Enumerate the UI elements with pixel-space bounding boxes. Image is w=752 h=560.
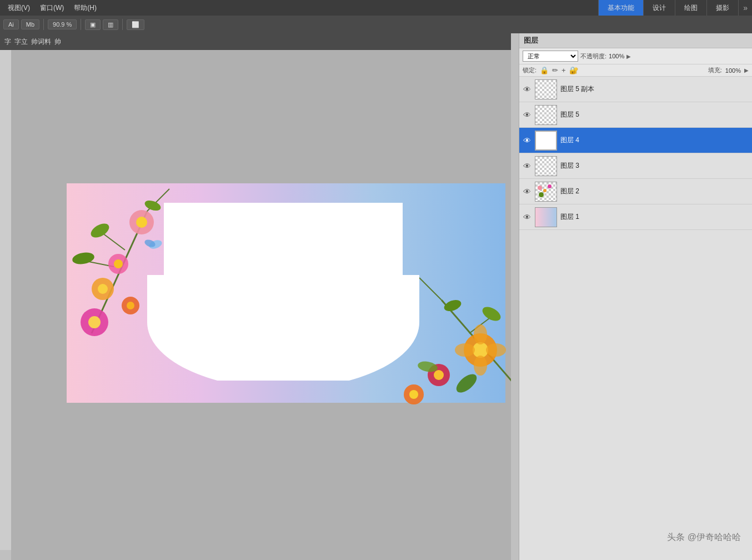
layer-thumb-5: [535, 105, 557, 125]
svg-point-56: [127, 302, 134, 309]
svg-point-67: [473, 342, 488, 358]
view-btn-3[interactable]: ⬜: [127, 19, 144, 30]
ws-tab-basic[interactable]: 基本功能: [598, 0, 643, 16]
layer-name-5: 图层 5: [560, 110, 749, 119]
svg-line-62: [419, 278, 442, 300]
ws-tab-draw[interactable]: 绘图: [675, 0, 706, 16]
layer-thumb-2: [535, 182, 557, 202]
layer-visibility-3[interactable]: 👁: [523, 162, 532, 171]
svg-point-76: [453, 371, 480, 396]
layers-panel-title: 图层: [519, 33, 752, 48]
svg-point-68: [474, 324, 487, 344]
view-btn-1[interactable]: ▣: [85, 19, 101, 30]
svg-point-64: [480, 304, 503, 323]
svg-point-52: [114, 259, 123, 268]
lock-fill-row: 锁定: 🔒 ✏ + 🔐 填充: 100% ▶: [519, 64, 752, 77]
layer-visibility-4[interactable]: 👁: [523, 136, 532, 145]
tool-other[interactable]: 帅: [54, 37, 61, 47]
opacity-arrow[interactable]: ▶: [626, 53, 631, 59]
design-canvas: [67, 183, 505, 403]
zoom-control[interactable]: 90.9 %: [48, 19, 77, 29]
toolbar-separator: [43, 19, 44, 30]
white-label-shape: [147, 203, 419, 381]
plus-icon[interactable]: +: [562, 66, 566, 74]
layer-item-5[interactable]: 👁 图层 5: [519, 102, 752, 128]
svg-line-44: [103, 233, 125, 250]
svg-point-71: [486, 343, 506, 357]
svg-point-69: [474, 356, 487, 376]
toolbar-separator-2: [81, 19, 81, 30]
tool-char[interactable]: 字: [4, 37, 11, 47]
layer-name-5copy: 图层 5 副本: [560, 84, 749, 94]
toolbar-separator-3: [122, 19, 123, 30]
watermark: 头条 @伊奇哈哈哈: [667, 532, 741, 543]
canvas-area[interactable]: [11, 50, 511, 560]
svg-point-75: [409, 390, 418, 399]
layers-panel: 图层 正常 不透明度: 100% ▶ 锁定: 🔒 ✏ + 🔐 填充: 100% …: [519, 33, 752, 560]
layer-thumb-1: [535, 207, 557, 227]
layer-thumb-3: [535, 156, 557, 176]
pen-icon[interactable]: ✏: [552, 66, 558, 74]
layer-name-1: 图层 1: [560, 212, 749, 222]
ws-tab-photo[interactable]: 摄影: [706, 0, 738, 16]
layer-item-3[interactable]: 👁 图层 3: [519, 153, 752, 179]
secondary-toolbar: 字 字立 帅词料 帅: [0, 33, 511, 50]
layer-item-1[interactable]: 👁 图层 1: [519, 204, 752, 230]
lock-icon[interactable]: 🔒: [540, 66, 549, 74]
svg-point-50: [136, 217, 147, 228]
menu-item-view[interactable]: 视图(V): [3, 2, 34, 14]
position-lock-icon[interactable]: 🔐: [569, 66, 578, 74]
ws-expand-button[interactable]: »: [738, 0, 752, 16]
view-btn-2[interactable]: ▥: [103, 19, 118, 30]
layer-visibility-2[interactable]: 👁: [523, 187, 532, 196]
lock-label: 锁定:: [523, 66, 537, 74]
blend-opacity-row: 正常 不透明度: 100% ▶: [519, 48, 752, 64]
fill-label: 填充:: [708, 66, 722, 74]
layer-name-2: 图层 2: [560, 187, 749, 196]
ws-tab-design[interactable]: 设计: [643, 0, 675, 16]
layer-visibility-1[interactable]: 👁: [523, 213, 532, 222]
app-icon-ai[interactable]: Ai: [3, 19, 19, 29]
svg-point-70: [455, 343, 475, 357]
tool-brush[interactable]: 帅词料: [31, 37, 51, 47]
svg-point-73: [434, 370, 444, 380]
svg-point-47: [72, 251, 96, 266]
layer-visibility-5[interactable]: 👁: [523, 111, 532, 119]
app-icon-mb[interactable]: Mb: [21, 19, 39, 29]
layer-thumb-5copy: [535, 79, 557, 99]
svg-rect-80: [147, 275, 419, 322]
svg-point-65: [443, 298, 463, 313]
layer-name-3: 图层 3: [560, 161, 749, 171]
layer-item-2[interactable]: 👁 图层 2: [519, 179, 752, 204]
workspace-tabs: 基本功能 设计 绘图 摄影 »: [598, 0, 752, 16]
layer-item-4[interactable]: 👁 图层 4: [519, 128, 752, 153]
layer-name-4: 图层 4: [560, 136, 749, 145]
blend-mode-select[interactable]: 正常: [523, 51, 578, 62]
fill-value: 100%: [725, 67, 741, 74]
layer-item-5copy[interactable]: 👁 图层 5 副本: [519, 77, 752, 102]
svg-point-54: [98, 284, 108, 294]
opacity-value: 100%: [609, 53, 624, 59]
opacity-label: 不透明度:: [580, 52, 606, 61]
fill-arrow[interactable]: ▶: [744, 67, 749, 73]
menu-item-help[interactable]: 帮助(H): [69, 2, 101, 14]
layers-title-text: 图层: [524, 36, 538, 44]
svg-rect-41: [0, 50, 11, 550]
ruler-vertical: [0, 50, 11, 550]
svg-point-58: [88, 316, 101, 328]
layer-visibility-5copy[interactable]: 👁: [523, 85, 532, 94]
tool-char2[interactable]: 字立: [14, 37, 28, 47]
menu-item-window[interactable]: 窗口(W): [36, 2, 68, 14]
menu-bar: 视图(V) 窗口(W) 帮助(H) 基本功能 设计 绘图 摄影 »: [0, 0, 752, 16]
toolbar: Ai Mb 90.9 % ▣ ▥ ⬜: [0, 16, 752, 33]
layer-thumb-4: [535, 131, 557, 151]
